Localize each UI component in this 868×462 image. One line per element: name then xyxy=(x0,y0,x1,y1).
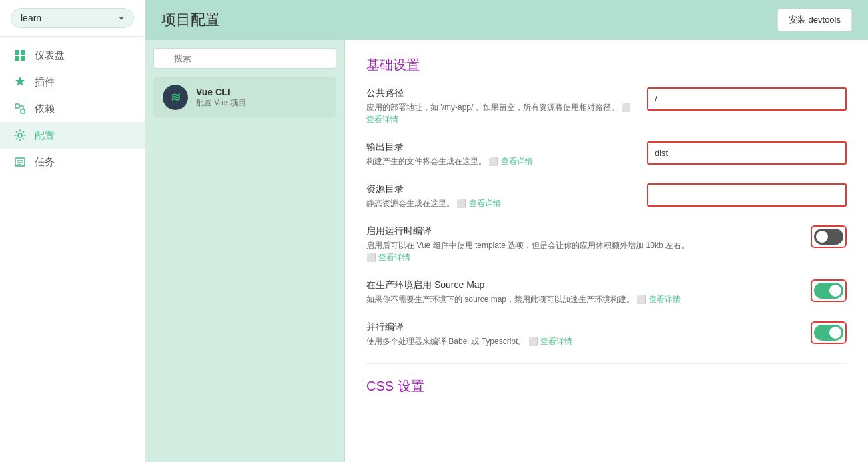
svg-rect-5 xyxy=(21,109,25,113)
sidebar-item-plugins[interactable]: 插件 xyxy=(0,69,145,95)
detail-link-source-map[interactable]: ⬜ 查看详情 xyxy=(636,295,680,304)
detail-link-runtime-compiler[interactable]: ⬜ 查看详情 xyxy=(366,253,410,262)
basic-section-title: 基础设置 xyxy=(366,56,847,74)
setting-label-area-output-dir: 输出目录 构建产生的文件将会生成在这里。 ⬜ 查看详情 xyxy=(366,141,631,167)
setting-parallel-build: 并行编译 使用多个处理器来编译 Babel 或 Typescript。 ⬜ 查看… xyxy=(366,321,847,347)
project-selector[interactable]: learn xyxy=(11,8,134,28)
chevron-down-icon xyxy=(119,17,124,20)
config-icon xyxy=(13,129,27,142)
setting-label-area-public-path: 公共路径 应用的部署地址，如 '/my-app/'。如果留空，所有资源将使用相对… xyxy=(366,87,631,125)
install-devtools-button[interactable]: 安装 devtools xyxy=(777,9,852,31)
css-section-title: CSS 设置 xyxy=(366,377,847,395)
plugin-item-vue-cli[interactable]: ≋ Vue CLI 配置 Vue 项目 xyxy=(153,77,336,118)
avatar: ≋ xyxy=(163,85,188,110)
setting-source-map: 在生产环境启用 Source Map 如果你不需要生产环境下的 source m… xyxy=(366,279,847,305)
plugins-icon xyxy=(13,75,27,89)
assets-dir-input[interactable] xyxy=(647,183,847,207)
setting-desc-source-map: 如果你不需要生产环境下的 source map，禁用此项可以加速生产环境构建。 … xyxy=(366,293,795,305)
setting-output-dir: 输出目录 构建产生的文件将会生成在这里。 ⬜ 查看详情 xyxy=(366,141,847,167)
setting-desc-runtime-compiler: 启用后可以在 Vue 组件中使用 template 选项，但是会让你的应用体积额… xyxy=(366,239,795,263)
sidebar-item-label-plugins: 插件 xyxy=(35,76,55,89)
section-divider xyxy=(366,363,847,364)
sidebar-header: learn xyxy=(0,0,145,37)
dashboard-icon xyxy=(13,49,27,62)
toggle-wrapper-source-map xyxy=(811,279,847,302)
sidebar-item-dashboard[interactable]: 仪表盘 xyxy=(0,42,145,69)
tasks-icon xyxy=(13,155,27,169)
project-name: learn xyxy=(21,13,113,23)
toggle-slider-runtime-compiler xyxy=(814,229,843,245)
sidebar-item-dependencies[interactable]: 依赖 xyxy=(0,95,145,122)
setting-control-source-map xyxy=(811,279,847,302)
setting-desc-public-path: 应用的部署地址，如 '/my-app/'。如果留空，所有资源将使用相对路径。 ⬜… xyxy=(366,101,631,125)
plugin-info: Vue CLI 配置 Vue 项目 xyxy=(196,87,246,109)
setting-label-area-runtime-compiler: 启用运行时编译 启用后可以在 Vue 组件中使用 template 选项，但是会… xyxy=(366,225,795,263)
setting-label-output-dir: 输出目录 xyxy=(366,141,631,153)
content-area: 🔍 ≋ Vue CLI 配置 Vue 项目 基础设置 公共路径 xyxy=(145,40,868,462)
plugin-panel: 🔍 ≋ Vue CLI 配置 Vue 项目 xyxy=(145,40,345,462)
detail-link-output-dir[interactable]: ⬜ 查看详情 xyxy=(488,157,532,166)
sidebar-item-label-dashboard: 仪表盘 xyxy=(35,49,65,62)
svg-rect-4 xyxy=(15,104,19,108)
setting-runtime-compiler: 启用运行时编译 启用后可以在 Vue 组件中使用 template 选项，但是会… xyxy=(366,225,847,263)
setting-control-assets-dir xyxy=(647,183,847,207)
setting-label-parallel-build: 并行编译 xyxy=(366,321,795,333)
setting-label-public-path: 公共路径 xyxy=(366,87,631,99)
dependencies-icon xyxy=(13,102,27,115)
toggle-source-map[interactable] xyxy=(814,283,843,299)
sidebar: learn 仪表盘 插件 xyxy=(0,0,145,462)
sidebar-item-label-config: 配置 xyxy=(35,129,55,142)
setting-control-output-dir xyxy=(647,141,847,165)
output-dir-input[interactable] xyxy=(647,141,847,165)
top-header: 项目配置 安装 devtools xyxy=(145,0,868,40)
main-area: 项目配置 安装 devtools 🔍 ≋ Vue CLI 配置 Vue 项目 基… xyxy=(145,0,868,462)
setting-control-public-path xyxy=(647,87,847,111)
setting-control-runtime-compiler xyxy=(811,225,847,248)
setting-desc-output-dir: 构建产生的文件将会生成在这里。 ⬜ 查看详情 xyxy=(366,155,631,167)
settings-panel: 基础设置 公共路径 应用的部署地址，如 '/my-app/'。如果留空，所有资源… xyxy=(345,40,868,462)
avatar-text: ≋ xyxy=(171,90,181,105)
svg-rect-1 xyxy=(21,50,25,55)
setting-label-area-parallel-build: 并行编译 使用多个处理器来编译 Babel 或 Typescript。 ⬜ 查看… xyxy=(366,321,795,347)
toggle-slider-source-map xyxy=(814,283,843,299)
search-wrapper: 🔍 xyxy=(153,48,336,69)
sidebar-item-tasks[interactable]: 任务 xyxy=(0,149,145,175)
page-title: 项目配置 xyxy=(161,10,220,30)
setting-label-area-source-map: 在生产环境启用 Source Map 如果你不需要生产环境下的 source m… xyxy=(366,279,795,305)
detail-link-parallel-build[interactable]: ⬜ 查看详情 xyxy=(528,337,572,346)
sidebar-item-label-dependencies: 依赖 xyxy=(35,103,55,115)
setting-control-parallel-build xyxy=(811,321,847,344)
svg-rect-3 xyxy=(21,56,25,61)
setting-public-path: 公共路径 应用的部署地址，如 '/my-app/'。如果留空，所有资源将使用相对… xyxy=(366,87,847,125)
toggle-wrapper-parallel-build xyxy=(811,321,847,344)
svg-rect-2 xyxy=(15,56,19,61)
svg-point-8 xyxy=(18,133,22,137)
setting-label-runtime-compiler: 启用运行时编译 xyxy=(366,225,795,237)
setting-label-area-assets-dir: 资源目录 静态资源会生成在这里。 ⬜ 查看详情 xyxy=(366,183,631,209)
toggle-parallel-build[interactable] xyxy=(814,325,843,341)
setting-label-source-map: 在生产环境启用 Source Map xyxy=(366,279,795,291)
toggle-wrapper-runtime-compiler xyxy=(811,225,847,248)
setting-desc-assets-dir: 静态资源会生成在这里。 ⬜ 查看详情 xyxy=(366,197,631,209)
sidebar-item-label-tasks: 任务 xyxy=(35,156,55,169)
setting-label-assets-dir: 资源目录 xyxy=(366,183,631,195)
search-input[interactable] xyxy=(153,48,336,69)
nav-menu: 仪表盘 插件 依赖 xyxy=(0,37,145,462)
setting-assets-dir: 资源目录 静态资源会生成在这里。 ⬜ 查看详情 xyxy=(366,183,847,209)
setting-desc-parallel-build: 使用多个处理器来编译 Babel 或 Typescript。 ⬜ 查看详情 xyxy=(366,335,795,347)
detail-link-assets-dir[interactable]: ⬜ 查看详情 xyxy=(456,199,500,208)
public-path-input[interactable] xyxy=(647,87,847,111)
plugin-description: 配置 Vue 项目 xyxy=(196,97,246,109)
plugin-name: Vue CLI xyxy=(196,87,246,97)
sidebar-item-config[interactable]: 配置 xyxy=(0,122,145,149)
svg-rect-0 xyxy=(15,50,19,55)
toggle-runtime-compiler[interactable] xyxy=(814,229,843,245)
toggle-slider-parallel-build xyxy=(814,325,843,341)
